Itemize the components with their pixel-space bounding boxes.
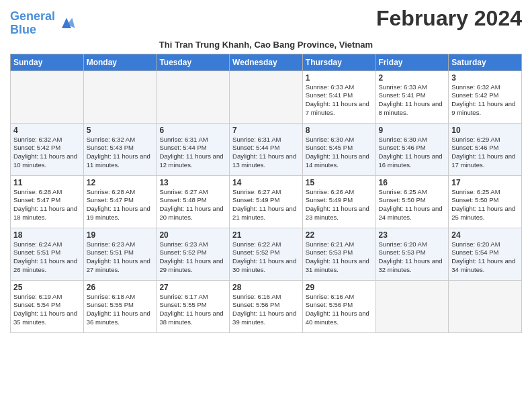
calendar-cell (11, 71, 84, 123)
calendar-cell: 17Sunrise: 6:25 AM Sunset: 5:50 PM Dayli… (449, 175, 522, 228)
logo-text: General Blue (10, 10, 55, 37)
calendar-header: SundayMondayTuesdayWednesdayThursdayFrid… (11, 54, 522, 71)
calendar-cell: 24Sunrise: 6:20 AM Sunset: 5:54 PM Dayli… (449, 228, 522, 280)
page: General Blue February 2024 Thi Tran Trun… (0, 0, 532, 340)
day-info: Sunrise: 6:24 AM Sunset: 5:51 PM Dayligh… (13, 240, 81, 275)
calendar: SundayMondayTuesdayWednesdayThursdayFrid… (10, 54, 522, 333)
day-info: Sunrise: 6:31 AM Sunset: 5:44 PM Dayligh… (159, 136, 226, 170)
week-row: 4Sunrise: 6:32 AM Sunset: 5:42 PM Daylig… (11, 123, 522, 175)
day-number: 23 (379, 230, 446, 240)
calendar-cell: 13Sunrise: 6:27 AM Sunset: 5:48 PM Dayli… (157, 175, 230, 228)
calendar-cell: 23Sunrise: 6:20 AM Sunset: 5:53 PM Dayli… (375, 228, 449, 280)
week-row: 25Sunrise: 6:19 AM Sunset: 5:54 PM Dayli… (11, 280, 522, 332)
day-info: Sunrise: 6:16 AM Sunset: 5:56 PM Dayligh… (232, 293, 300, 327)
calendar-cell: 16Sunrise: 6:25 AM Sunset: 5:50 PM Dayli… (375, 175, 449, 228)
day-info: Sunrise: 6:31 AM Sunset: 5:44 PM Dayligh… (232, 136, 300, 170)
day-number: 25 (13, 283, 81, 292)
day-number: 24 (451, 230, 519, 240)
day-of-week-monday: Monday (83, 54, 157, 71)
day-info: Sunrise: 6:16 AM Sunset: 5:56 PM Dayligh… (306, 293, 373, 327)
main-title: February 2024 (376, 7, 522, 30)
subtitle: Thi Tran Trung Khanh, Cao Bang Province,… (10, 40, 522, 50)
day-number: 6 (159, 126, 226, 135)
calendar-cell (449, 280, 522, 332)
logo-general: General (10, 9, 55, 23)
day-number: 18 (13, 230, 81, 240)
week-row: 18Sunrise: 6:24 AM Sunset: 5:51 PM Dayli… (11, 228, 522, 280)
calendar-cell: 25Sunrise: 6:19 AM Sunset: 5:54 PM Dayli… (11, 280, 84, 332)
day-number: 28 (232, 283, 300, 292)
day-info: Sunrise: 6:30 AM Sunset: 5:46 PM Dayligh… (379, 136, 446, 170)
day-info: Sunrise: 6:32 AM Sunset: 5:42 PM Dayligh… (451, 83, 519, 118)
day-info: Sunrise: 6:30 AM Sunset: 5:45 PM Dayligh… (306, 136, 373, 170)
logo-icon (57, 14, 76, 33)
day-number: 26 (87, 283, 154, 292)
calendar-cell: 5Sunrise: 6:32 AM Sunset: 5:43 PM Daylig… (83, 123, 157, 175)
calendar-cell: 6Sunrise: 6:31 AM Sunset: 5:44 PM Daylig… (157, 123, 230, 175)
calendar-cell: 3Sunrise: 6:32 AM Sunset: 5:42 PM Daylig… (449, 71, 522, 123)
day-number: 13 (159, 178, 226, 187)
day-number: 9 (379, 126, 446, 135)
day-info: Sunrise: 6:25 AM Sunset: 5:50 PM Dayligh… (451, 188, 519, 222)
day-number: 22 (306, 230, 373, 240)
calendar-cell (230, 71, 303, 123)
day-number: 4 (13, 126, 81, 135)
day-info: Sunrise: 6:27 AM Sunset: 5:49 PM Dayligh… (232, 188, 300, 222)
day-number: 17 (451, 178, 519, 187)
day-info: Sunrise: 6:21 AM Sunset: 5:53 PM Dayligh… (306, 240, 373, 275)
day-of-week-friday: Friday (375, 54, 449, 71)
day-number: 11 (13, 178, 81, 187)
day-of-week-sunday: Sunday (11, 54, 84, 71)
day-info: Sunrise: 6:29 AM Sunset: 5:46 PM Dayligh… (451, 136, 519, 170)
calendar-cell: 4Sunrise: 6:32 AM Sunset: 5:42 PM Daylig… (11, 123, 84, 175)
day-info: Sunrise: 6:22 AM Sunset: 5:52 PM Dayligh… (232, 240, 300, 275)
day-number: 7 (232, 126, 300, 135)
calendar-cell: 9Sunrise: 6:30 AM Sunset: 5:46 PM Daylig… (375, 123, 449, 175)
calendar-cell: 18Sunrise: 6:24 AM Sunset: 5:51 PM Dayli… (11, 228, 84, 280)
day-info: Sunrise: 6:26 AM Sunset: 5:49 PM Dayligh… (306, 188, 373, 222)
day-number: 19 (87, 230, 154, 240)
day-number: 5 (87, 126, 154, 135)
day-info: Sunrise: 6:28 AM Sunset: 5:47 PM Dayligh… (87, 188, 154, 222)
day-number: 2 (379, 73, 446, 83)
day-header-row: SundayMondayTuesdayWednesdayThursdayFrid… (11, 54, 522, 71)
calendar-body: 1Sunrise: 6:33 AM Sunset: 5:41 PM Daylig… (11, 71, 522, 332)
calendar-cell: 26Sunrise: 6:18 AM Sunset: 5:55 PM Dayli… (83, 280, 157, 332)
day-info: Sunrise: 6:23 AM Sunset: 5:51 PM Dayligh… (87, 240, 154, 275)
calendar-cell (157, 71, 230, 123)
calendar-cell: 28Sunrise: 6:16 AM Sunset: 5:56 PM Dayli… (230, 280, 303, 332)
logo: General Blue (10, 10, 76, 37)
day-number: 15 (306, 178, 373, 187)
calendar-cell: 10Sunrise: 6:29 AM Sunset: 5:46 PM Dayli… (449, 123, 522, 175)
day-info: Sunrise: 6:19 AM Sunset: 5:54 PM Dayligh… (13, 293, 81, 327)
day-of-week-tuesday: Tuesday (157, 54, 230, 71)
calendar-cell (83, 71, 157, 123)
calendar-cell: 29Sunrise: 6:16 AM Sunset: 5:56 PM Dayli… (302, 280, 375, 332)
day-info: Sunrise: 6:32 AM Sunset: 5:42 PM Dayligh… (13, 136, 81, 170)
day-info: Sunrise: 6:20 AM Sunset: 5:53 PM Dayligh… (379, 240, 446, 275)
calendar-cell: 15Sunrise: 6:26 AM Sunset: 5:49 PM Dayli… (302, 175, 375, 228)
day-info: Sunrise: 6:17 AM Sunset: 5:55 PM Dayligh… (159, 293, 226, 327)
header-row: General Blue February 2024 (10, 7, 522, 37)
title-block: February 2024 (376, 7, 522, 30)
calendar-cell: 11Sunrise: 6:28 AM Sunset: 5:47 PM Dayli… (11, 175, 84, 228)
day-info: Sunrise: 6:18 AM Sunset: 5:55 PM Dayligh… (87, 293, 154, 327)
calendar-cell: 1Sunrise: 6:33 AM Sunset: 5:41 PM Daylig… (302, 71, 375, 123)
day-info: Sunrise: 6:28 AM Sunset: 5:47 PM Dayligh… (13, 188, 81, 222)
day-of-week-thursday: Thursday (302, 54, 375, 71)
day-number: 27 (159, 283, 226, 292)
calendar-cell (375, 280, 449, 332)
day-number: 20 (159, 230, 226, 240)
day-number: 10 (451, 126, 519, 135)
week-row: 11Sunrise: 6:28 AM Sunset: 5:47 PM Dayli… (11, 175, 522, 228)
day-info: Sunrise: 6:25 AM Sunset: 5:50 PM Dayligh… (379, 188, 446, 222)
calendar-cell: 21Sunrise: 6:22 AM Sunset: 5:52 PM Dayli… (230, 228, 303, 280)
calendar-cell: 2Sunrise: 6:33 AM Sunset: 5:41 PM Daylig… (375, 71, 449, 123)
logo-blue: Blue (10, 23, 36, 36)
day-number: 14 (232, 178, 300, 187)
calendar-cell: 22Sunrise: 6:21 AM Sunset: 5:53 PM Dayli… (302, 228, 375, 280)
day-number: 29 (306, 283, 373, 292)
day-number: 21 (232, 230, 300, 240)
day-info: Sunrise: 6:33 AM Sunset: 5:41 PM Dayligh… (379, 83, 446, 118)
calendar-cell: 12Sunrise: 6:28 AM Sunset: 5:47 PM Dayli… (83, 175, 157, 228)
